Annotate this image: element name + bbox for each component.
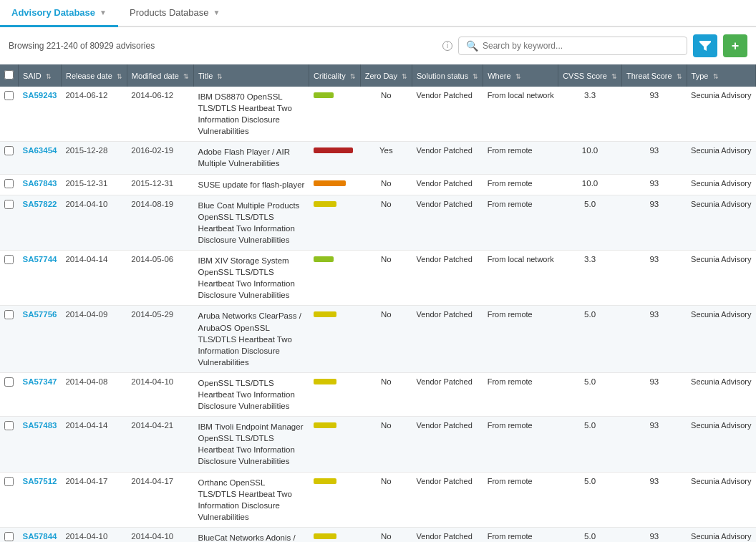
row-solution-status: Vendor Patched: [412, 372, 483, 416]
said-link[interactable]: SA57483: [23, 421, 57, 430]
row-checkbox-cell: [0, 87, 19, 142]
table-row: SA57756 2014-04-09 2014-05-29 Aruba Netw…: [0, 306, 756, 372]
row-where: From remote: [483, 195, 558, 250]
tab-advisory-database[interactable]: Advisory Database ▼: [0, 0, 118, 27]
said-link[interactable]: SA57844: [23, 532, 57, 541]
row-criticality: [309, 472, 361, 527]
said-link[interactable]: SA57822: [23, 200, 57, 208]
row-said: SA57483: [19, 417, 62, 472]
row-release-date: 2014-04-17: [61, 472, 127, 527]
row-criticality: [309, 306, 361, 372]
table-header-row: SAID ⇅ Release date ⇅ Modified date ⇅ Ti…: [0, 64, 756, 87]
row-cvss: 5.0: [558, 372, 622, 416]
said-link[interactable]: SA57744: [23, 255, 57, 263]
row-criticality: [309, 251, 361, 306]
row-checkbox[interactable]: [4, 532, 14, 541]
row-checkbox[interactable]: [4, 91, 14, 100]
search-input[interactable]: [483, 41, 679, 51]
said-link[interactable]: SA57347: [23, 377, 57, 386]
table-row: SA63454 2015-12-28 2016-02-19 Adobe Flas…: [0, 142, 756, 174]
add-button[interactable]: +: [723, 34, 747, 57]
row-checkbox[interactable]: [4, 477, 14, 486]
row-zero-day: Yes: [360, 142, 412, 174]
row-type: Secunia Advisory: [687, 174, 755, 195]
criticality-bar: [314, 256, 334, 262]
said-link[interactable]: SA59243: [23, 91, 57, 100]
row-release-date: 2014-04-10: [61, 527, 127, 542]
row-type: Secunia Advisory: [687, 417, 755, 472]
row-solution-status: Vendor Patched: [412, 417, 483, 472]
row-solution-status: Vendor Patched: [412, 174, 483, 195]
row-zero-day: No: [360, 251, 412, 306]
col-zero-day[interactable]: Zero Day ⇅: [360, 64, 412, 87]
col-release-date[interactable]: Release date ⇅: [61, 64, 127, 87]
row-title: Adobe Flash Player / AIR Multiple Vulner…: [193, 142, 309, 174]
advisory-tab-caret: ▼: [100, 9, 107, 16]
row-release-date: 2014-04-08: [61, 372, 127, 416]
row-type: Secunia Advisory: [687, 87, 755, 142]
criticality-bar: [314, 92, 334, 98]
table-wrap: SAID ⇅ Release date ⇅ Modified date ⇅ Ti…: [0, 64, 756, 542]
row-checkbox[interactable]: [4, 146, 14, 155]
row-checkbox[interactable]: [4, 179, 14, 188]
products-tab-label: Products Database: [130, 7, 209, 18]
col-checkbox[interactable]: [0, 64, 19, 87]
row-checkbox-cell: [0, 472, 19, 527]
filter-button[interactable]: [693, 34, 717, 57]
row-criticality: [309, 87, 361, 142]
said-link[interactable]: SA57756: [23, 310, 57, 319]
col-type[interactable]: Type ⇅: [687, 64, 755, 87]
row-modified-date: 2014-05-06: [127, 251, 193, 306]
row-zero-day: No: [360, 306, 412, 372]
table-row: SA67843 2015-12-31 2015-12-31 SUSE updat…: [0, 174, 756, 195]
table-row: SA57512 2014-04-17 2014-04-17 Orthanc Op…: [0, 472, 756, 527]
row-said: SA63454: [19, 142, 62, 174]
row-checkbox[interactable]: [4, 377, 14, 387]
row-where: From remote: [483, 527, 558, 542]
row-solution-status: Vendor Patched: [412, 527, 483, 542]
row-title: Blue Coat Multiple Products OpenSSL TLS/…: [193, 195, 309, 250]
col-said[interactable]: SAID ⇅: [19, 64, 62, 87]
search-box: 🔍: [458, 37, 687, 55]
row-checkbox[interactable]: [4, 200, 14, 209]
col-modified-date[interactable]: Modified date ⇅: [127, 64, 193, 87]
row-checkbox[interactable]: [4, 310, 14, 319]
advisories-table: SAID ⇅ Release date ⇅ Modified date ⇅ Ti…: [0, 64, 756, 542]
row-said: SA67843: [19, 174, 62, 195]
col-threat[interactable]: Threat Score ⇅: [621, 64, 687, 87]
row-threat: 93: [621, 87, 687, 142]
advisory-tab-label: Advisory Database: [11, 7, 95, 18]
row-modified-date: 2014-06-12: [127, 87, 193, 142]
col-title[interactable]: Title ⇅: [193, 64, 309, 87]
row-modified-date: 2016-02-19: [127, 142, 193, 174]
row-said: SA57822: [19, 195, 62, 250]
table-row: SA57483 2014-04-14 2014-04-21 IBM Tivoli…: [0, 417, 756, 472]
row-checkbox[interactable]: [4, 255, 14, 264]
row-checkbox-cell: [0, 195, 19, 250]
col-cvss[interactable]: CVSS Score ⇅: [558, 64, 622, 87]
row-release-date: 2014-04-14: [61, 417, 127, 472]
col-solution-status[interactable]: Solution status ⇅: [412, 64, 483, 87]
said-link[interactable]: SA57512: [23, 477, 57, 485]
col-where[interactable]: Where ⇅: [483, 64, 558, 87]
row-cvss: 5.0: [558, 417, 622, 472]
row-where: From remote: [483, 174, 558, 195]
table-row: SA57744 2014-04-14 2014-05-06 IBM XIV St…: [0, 251, 756, 306]
select-all-checkbox[interactable]: [4, 70, 14, 79]
criticality-bar: [314, 201, 336, 207]
said-link[interactable]: SA63454: [23, 146, 57, 155]
tab-products-database[interactable]: Products Database ▼: [118, 0, 231, 27]
row-zero-day: No: [360, 472, 412, 527]
row-modified-date: 2014-04-17: [127, 472, 193, 527]
row-release-date: 2014-04-14: [61, 251, 127, 306]
said-link[interactable]: SA67843: [23, 179, 57, 188]
row-cvss: 5.0: [558, 306, 622, 372]
row-checkbox[interactable]: [4, 421, 14, 430]
row-threat: 93: [621, 306, 687, 372]
row-zero-day: No: [360, 195, 412, 250]
info-icon[interactable]: i: [442, 41, 452, 51]
col-criticality[interactable]: Criticality ⇅: [309, 64, 361, 87]
browse-info: Browsing 221-240 of 80929 advisories: [9, 41, 434, 51]
row-modified-date: 2014-08-19: [127, 195, 193, 250]
criticality-bar: [314, 478, 336, 484]
